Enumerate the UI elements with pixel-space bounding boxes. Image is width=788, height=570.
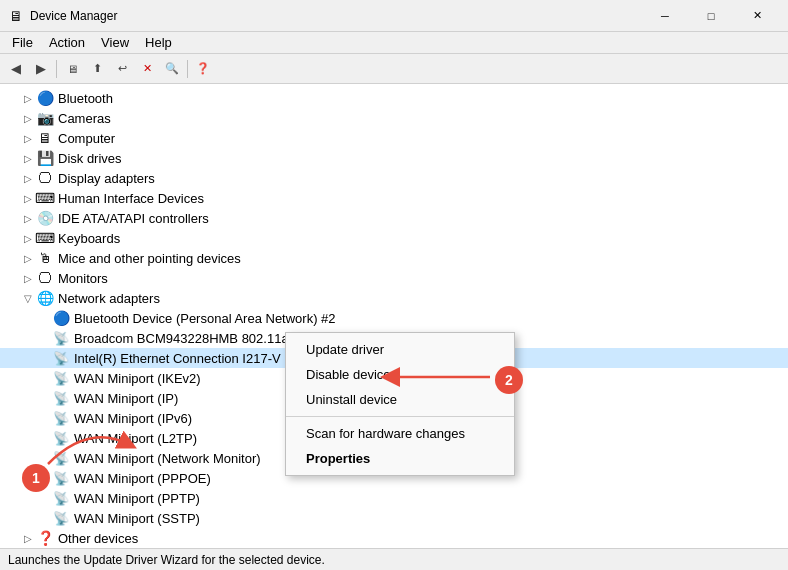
network-adapters-icon: 🌐 (36, 289, 54, 307)
wan-ipv6-icon: 📡 (52, 409, 70, 427)
hid-icon: ⌨ (36, 189, 54, 207)
expand-icon-other-devices[interactable]: ▷ (20, 530, 36, 546)
intel-eth-label: Intel(R) Ethernet Connection I217-V (74, 351, 281, 366)
menu-file[interactable]: File (4, 33, 41, 52)
help-button[interactable]: ❓ (191, 57, 215, 81)
tree-node-wan-sstp[interactable]: 📡 WAN Miniport (SSTP) (0, 508, 788, 528)
broadcom-icon: 📡 (52, 329, 70, 347)
minimize-button[interactable]: ─ (642, 0, 688, 32)
tree-node-wan-pptp[interactable]: 📡 WAN Miniport (PPTP) (0, 488, 788, 508)
bt-device-label: Bluetooth Device (Personal Area Network)… (74, 311, 336, 326)
forward-button[interactable]: ▶ (29, 57, 53, 81)
tree-node-mice[interactable]: ▷ 🖱 Mice and other pointing devices (0, 248, 788, 268)
wan-l2tp-icon: 📡 (52, 429, 70, 447)
app-icon: 🖥 (8, 8, 24, 24)
expand-icon-cameras[interactable]: ▷ (20, 110, 36, 126)
device-tree[interactable]: ▷ 🔵 Bluetooth ▷ 📷 Cameras ▷ 🖥 Computer ▷… (0, 84, 788, 548)
computer-icon: 🖥 (36, 129, 54, 147)
uninstall-button[interactable]: ✕ (135, 57, 159, 81)
ide-label: IDE ATA/ATAPI controllers (58, 211, 209, 226)
update-driver-button[interactable]: ⬆ (85, 57, 109, 81)
keyboards-icon: ⌨ (36, 229, 54, 247)
title-bar: 🖥 Device Manager ─ □ ✕ (0, 0, 788, 32)
tree-node-network-adapters[interactable]: ▽ 🌐 Network adapters (0, 288, 788, 308)
disk-drives-icon: 💾 (36, 149, 54, 167)
tree-node-ide[interactable]: ▷ 💿 IDE ATA/ATAPI controllers (0, 208, 788, 228)
cameras-icon: 📷 (36, 109, 54, 127)
cameras-label: Cameras (58, 111, 111, 126)
close-button[interactable]: ✕ (734, 0, 780, 32)
tree-node-other-devices[interactable]: ▷ ❓ Other devices (0, 528, 788, 548)
expand-icon-broadcom (36, 330, 52, 346)
expand-icon-bt-device (36, 310, 52, 326)
expand-icon-wan-sstp (36, 510, 52, 526)
ctx-disable-device[interactable]: Disable device (286, 362, 514, 387)
wan-pptp-icon: 📡 (52, 489, 70, 507)
wan-ip-icon: 📡 (52, 389, 70, 407)
keyboards-label: Keyboards (58, 231, 120, 246)
tree-node-hid[interactable]: ▷ ⌨ Human Interface Devices (0, 188, 788, 208)
other-devices-label: Other devices (58, 531, 138, 546)
wan-ipv6-label: WAN Miniport (IPv6) (74, 411, 192, 426)
back-button[interactable]: ◀ (4, 57, 28, 81)
menu-help[interactable]: Help (137, 33, 180, 52)
monitors-icon: 🖵 (36, 269, 54, 287)
expand-icon-wan-ipv6 (36, 410, 52, 426)
expand-icon-ide[interactable]: ▷ (20, 210, 36, 226)
intel-eth-icon: 📡 (52, 349, 70, 367)
expand-icon-network-adapters[interactable]: ▽ (20, 290, 36, 306)
expand-icon-computer[interactable]: ▷ (20, 130, 36, 146)
expand-icon-intel-eth (36, 350, 52, 366)
ctx-scan-hardware[interactable]: Scan for hardware changes (286, 421, 514, 446)
display-adapters-icon: 🖵 (36, 169, 54, 187)
expand-icon-wan-ip (36, 390, 52, 406)
wan-pptp-label: WAN Miniport (PPTP) (74, 491, 200, 506)
ctx-properties[interactable]: Properties (286, 446, 514, 471)
mice-icon: 🖱 (36, 249, 54, 267)
tree-node-bluetooth[interactable]: ▷ 🔵 Bluetooth (0, 88, 788, 108)
menu-action[interactable]: Action (41, 33, 93, 52)
tree-node-monitors[interactable]: ▷ 🖵 Monitors (0, 268, 788, 288)
expand-icon-keyboards[interactable]: ▷ (20, 230, 36, 246)
tree-node-display-adapters[interactable]: ▷ 🖵 Display adapters (0, 168, 788, 188)
scan-hardware-button[interactable]: 🔍 (160, 57, 184, 81)
ctx-update-driver[interactable]: Update driver (286, 337, 514, 362)
ctx-separator (286, 416, 514, 417)
expand-icon-monitors[interactable]: ▷ (20, 270, 36, 286)
maximize-button[interactable]: □ (688, 0, 734, 32)
expand-icon-disk-drives[interactable]: ▷ (20, 150, 36, 166)
status-text: Launches the Update Driver Wizard for th… (8, 553, 325, 567)
toolbar-separator-2 (187, 60, 188, 78)
network-adapters-label: Network adapters (58, 291, 160, 306)
bt-device-icon: 🔵 (52, 309, 70, 327)
window-title: Device Manager (30, 9, 642, 23)
expand-icon-bluetooth[interactable]: ▷ (20, 90, 36, 106)
expand-icon-wan-ikev2 (36, 370, 52, 386)
expand-icon-wan-pptp (36, 490, 52, 506)
expand-icon-wan-nm (36, 450, 52, 466)
bluetooth-label: Bluetooth (58, 91, 113, 106)
menu-view[interactable]: View (93, 33, 137, 52)
wan-l2tp-label: WAN Miniport (L2TP) (74, 431, 197, 446)
hid-label: Human Interface Devices (58, 191, 204, 206)
properties-button[interactable]: 🖥 (60, 57, 84, 81)
menu-bar: File Action View Help (0, 32, 788, 54)
toolbar: ◀ ▶ 🖥 ⬆ ↩ ✕ 🔍 ❓ (0, 54, 788, 84)
tree-node-computer[interactable]: ▷ 🖥 Computer (0, 128, 788, 148)
ctx-uninstall-device[interactable]: Uninstall device (286, 387, 514, 412)
tree-node-disk-drives[interactable]: ▷ 💾 Disk drives (0, 148, 788, 168)
wan-pppoe-icon: 📡 (52, 469, 70, 487)
wan-ikev2-icon: 📡 (52, 369, 70, 387)
tree-node-bt-device[interactable]: 🔵 Bluetooth Device (Personal Area Networ… (0, 308, 788, 328)
wan-sstp-icon: 📡 (52, 509, 70, 527)
other-devices-icon: ❓ (36, 529, 54, 547)
expand-icon-hid[interactable]: ▷ (20, 190, 36, 206)
disk-drives-label: Disk drives (58, 151, 122, 166)
rollback-button[interactable]: ↩ (110, 57, 134, 81)
wan-sstp-label: WAN Miniport (SSTP) (74, 511, 200, 526)
tree-node-keyboards[interactable]: ▷ ⌨ Keyboards (0, 228, 788, 248)
expand-icon-mice[interactable]: ▷ (20, 250, 36, 266)
window-controls: ─ □ ✕ (642, 0, 780, 32)
tree-node-cameras[interactable]: ▷ 📷 Cameras (0, 108, 788, 128)
expand-icon-display-adapters[interactable]: ▷ (20, 170, 36, 186)
